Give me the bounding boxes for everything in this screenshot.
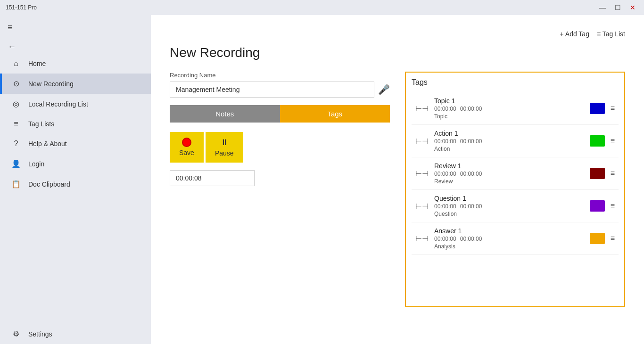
tag-info-1: Action 100:00:0000:00:00Action xyxy=(434,130,584,152)
tag-color-0 xyxy=(590,103,605,114)
add-tag-button[interactable]: + Add Tag xyxy=(560,30,589,38)
tag-start-3: 00:00:00 xyxy=(434,203,456,210)
recording-left: Recording Name 🎤 Notes Tags Save ⏸ xyxy=(170,72,390,307)
app-body: ≡ ← ⌂Home⊙New Recording◎Local Recording … xyxy=(0,15,644,344)
waveform-icon-4[interactable]: ⊢⊣ xyxy=(415,234,429,243)
tag-name-1: Action 1 xyxy=(434,130,584,137)
tag-end-3: 00:00:00 xyxy=(460,203,482,210)
microphone-icon[interactable]: 🎤 xyxy=(378,84,390,95)
tag-menu-button-4[interactable]: ≡ xyxy=(611,234,615,243)
tag-times-3: 00:00:0000:00:00 xyxy=(434,203,584,210)
tag-menu-button-3[interactable]: ≡ xyxy=(611,202,615,210)
maximize-button[interactable]: ☐ xyxy=(612,2,623,13)
local-recording-list-icon: ◎ xyxy=(11,99,21,108)
tag-color-1 xyxy=(590,135,605,147)
tag-info-3: Question 100:00:0000:00:00Question xyxy=(434,195,584,217)
sidebar-item-local-recording-list[interactable]: ◎Local Recording List xyxy=(0,94,151,114)
tag-menu-button-1[interactable]: ≡ xyxy=(611,137,615,145)
tag-times-4: 00:00:0000:00:00 xyxy=(434,236,584,242)
active-indicator xyxy=(0,74,2,94)
tag-info-2: Review 100:00:0000:00:00Review xyxy=(434,162,584,185)
back-button[interactable]: ← xyxy=(0,40,151,54)
recording-section: Recording Name 🎤 Notes Tags Save ⏸ xyxy=(170,72,625,307)
pause-label: Pause xyxy=(215,149,234,157)
tag-name-2: Review 1 xyxy=(434,162,584,170)
tab-buttons: Notes Tags xyxy=(170,105,390,123)
sidebar-header: ≡ xyxy=(0,19,151,40)
tag-type-4: Analysis xyxy=(434,243,584,250)
waveform-icon-1[interactable]: ⊢⊣ xyxy=(415,137,429,146)
tag-row-0: ⊢⊣Topic 100:00:0000:00:00Topic≡ xyxy=(412,92,619,125)
sidebar-item-new-recording[interactable]: ⊙New Recording xyxy=(0,74,151,94)
timer-display: 00:00:08 xyxy=(170,170,255,186)
tag-end-2: 00:00:00 xyxy=(460,171,482,177)
settings-icon: ⚙ xyxy=(11,329,21,338)
waveform-icon-2[interactable]: ⊢⊣ xyxy=(415,169,429,178)
pause-icon: ⏸ xyxy=(220,138,229,147)
tags-section-header: Tags xyxy=(412,78,619,87)
sidebar-label-settings: Settings xyxy=(28,330,52,338)
tag-name-4: Answer 1 xyxy=(434,227,584,235)
tag-menu-button-2[interactable]: ≡ xyxy=(611,169,615,178)
record-dot-icon xyxy=(182,138,191,147)
tag-lists-icon: ≡ xyxy=(11,120,21,128)
sidebar-label-home: Home xyxy=(28,60,46,67)
tag-row-1: ⊢⊣Action 100:00:0000:00:00Action≡ xyxy=(412,125,619,157)
tag-times-0: 00:00:0000:00:00 xyxy=(434,106,584,112)
sidebar-item-home[interactable]: ⌂Home xyxy=(0,54,151,74)
tag-row-2: ⊢⊣Review 100:00:0000:00:00Review≡ xyxy=(412,157,619,190)
save-label: Save xyxy=(179,149,194,156)
sidebar-label-tag-lists: Tag Lists xyxy=(28,120,54,128)
tag-start-1: 00:00:00 xyxy=(434,138,456,145)
recording-name-input[interactable] xyxy=(170,82,374,98)
pause-button[interactable]: ⏸ Pause xyxy=(206,132,243,163)
tag-times-1: 00:00:0000:00:00 xyxy=(434,138,584,145)
tag-color-4 xyxy=(590,233,605,244)
sidebar-item-help-about[interactable]: ?Help & About xyxy=(0,134,151,154)
tag-end-1: 00:00:00 xyxy=(460,138,482,145)
notes-tab[interactable]: Notes xyxy=(170,105,280,123)
window-controls: — ☐ ✕ xyxy=(597,2,638,13)
help-about-icon: ? xyxy=(11,139,21,148)
sidebar-item-tag-lists[interactable]: ≡Tag Lists xyxy=(0,114,151,134)
sidebar-item-settings[interactable]: ⚙Settings xyxy=(0,324,151,344)
tags-rows: ⊢⊣Topic 100:00:0000:00:00Topic≡⊢⊣Action … xyxy=(412,92,619,255)
recording-name-row: 🎤 xyxy=(170,82,390,98)
home-icon: ⌂ xyxy=(11,59,21,68)
new-recording-icon: ⊙ xyxy=(11,79,21,88)
tag-start-4: 00:00:00 xyxy=(434,236,456,242)
tag-start-0: 00:00:00 xyxy=(434,106,456,112)
tag-color-2 xyxy=(590,168,605,179)
tag-type-3: Question xyxy=(434,211,584,217)
sidebar: ≡ ← ⌂Home⊙New Recording◎Local Recording … xyxy=(0,15,151,344)
tag-name-0: Topic 1 xyxy=(434,97,584,105)
save-button[interactable]: Save xyxy=(170,132,204,163)
doc-clipboard-icon: 📋 xyxy=(11,180,21,188)
tag-color-3 xyxy=(590,200,605,212)
main-content: + Add Tag ≡ Tag List New Recording Recor… xyxy=(151,15,644,344)
recording-name-label: Recording Name xyxy=(170,72,390,79)
hamburger-icon[interactable]: ≡ xyxy=(8,23,13,33)
bottom-nav-items: ⚙Settings xyxy=(0,324,151,344)
tag-end-4: 00:00:00 xyxy=(460,236,482,242)
app-title: 151-151 Pro xyxy=(6,4,37,11)
tag-row-3: ⊢⊣Question 100:00:0000:00:00Question≡ xyxy=(412,190,619,222)
tag-menu-button-0[interactable]: ≡ xyxy=(611,104,615,113)
tags-tab[interactable]: Tags xyxy=(280,105,390,123)
page-title: New Recording xyxy=(170,45,625,60)
tag-list-button[interactable]: ≡ Tag List xyxy=(597,30,625,38)
minimize-button[interactable]: — xyxy=(597,2,608,13)
login-icon: 👤 xyxy=(11,159,21,168)
tag-type-0: Topic xyxy=(434,113,584,120)
sidebar-item-login[interactable]: 👤Login xyxy=(0,154,151,174)
sidebar-item-doc-clipboard[interactable]: 📋Doc Clipboard xyxy=(0,174,151,194)
tag-row-4: ⊢⊣Answer 100:00:0000:00:00Analysis≡ xyxy=(412,222,619,255)
tag-type-1: Action xyxy=(434,146,584,152)
waveform-icon-0[interactable]: ⊢⊣ xyxy=(415,104,429,113)
sidebar-label-local-recording-list: Local Recording List xyxy=(28,100,88,108)
close-button[interactable]: ✕ xyxy=(627,2,638,13)
tag-type-2: Review xyxy=(434,178,584,185)
sidebar-label-new-recording: New Recording xyxy=(28,80,74,88)
tag-start-2: 00:00:00 xyxy=(434,171,456,177)
waveform-icon-3[interactable]: ⊢⊣ xyxy=(415,202,429,211)
